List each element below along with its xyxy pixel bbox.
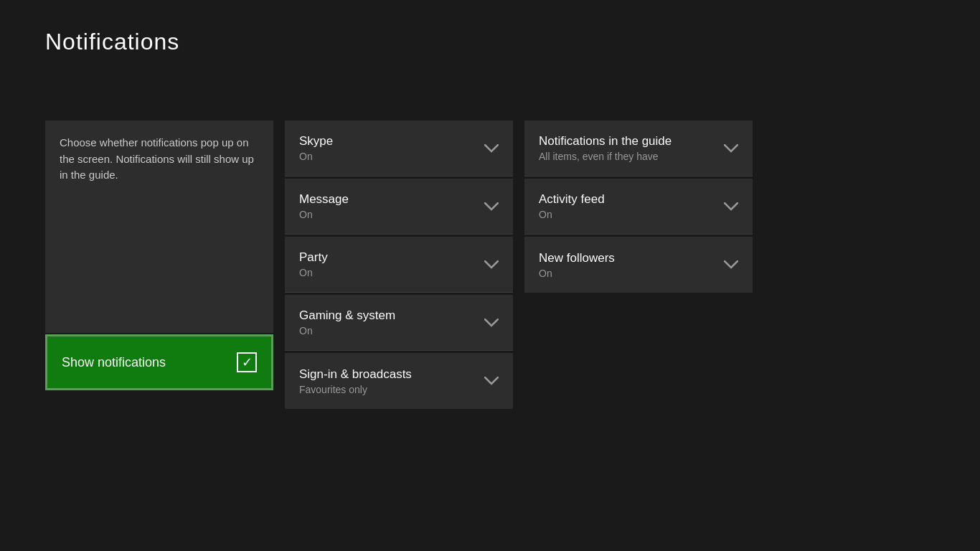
- description-text: Choose whether notifications pop up on t…: [60, 135, 259, 184]
- party-dropdown[interactable]: Party On: [285, 237, 513, 293]
- signin-chevron-icon: [484, 377, 499, 385]
- gaming-system-label: Gaming & system: [299, 309, 395, 323]
- message-label: Message: [299, 192, 349, 207]
- middle-panel: Skype On Message On Party On: [285, 121, 513, 410]
- skype-dropdown[interactable]: Skype On: [285, 121, 513, 176]
- gaming-chevron-icon: [484, 319, 499, 327]
- activity-feed-label: Activity feed: [539, 192, 605, 207]
- gaming-system-dropdown[interactable]: Gaming & system On: [285, 295, 513, 351]
- skype-chevron-icon: [484, 144, 499, 153]
- notifications-guide-label: Notifications in the guide: [539, 134, 672, 149]
- activity-feed-chevron-icon: [724, 202, 738, 211]
- notifications-guide-dropdown[interactable]: Notifications in the guide All items, ev…: [524, 121, 753, 176]
- left-panel: Choose whether notifications pop up on t…: [45, 121, 273, 410]
- message-value: On: [299, 209, 349, 220]
- notifications-guide-value: All items, even if they have: [539, 151, 672, 162]
- signin-broadcasts-value: Favourites only: [299, 384, 412, 395]
- party-chevron-icon: [484, 260, 499, 269]
- show-notifications-label: Show notifications: [62, 355, 166, 370]
- page-title: Notifications: [45, 29, 179, 55]
- signin-broadcasts-dropdown[interactable]: Sign-in & broadcasts Favourites only: [285, 353, 513, 409]
- party-label: Party: [299, 250, 328, 265]
- notifications-guide-chevron-icon: [724, 144, 738, 153]
- main-content: Choose whether notifications pop up on t…: [45, 121, 753, 410]
- new-followers-label: New followers: [539, 251, 615, 265]
- new-followers-chevron-icon: [724, 260, 738, 269]
- gaming-system-value: On: [299, 325, 395, 336]
- signin-broadcasts-label: Sign-in & broadcasts: [299, 367, 412, 382]
- activity-feed-dropdown[interactable]: Activity feed On: [524, 179, 753, 235]
- right-panel: Notifications in the guide All items, ev…: [524, 121, 753, 410]
- skype-value: On: [299, 151, 333, 162]
- new-followers-dropdown[interactable]: New followers On: [524, 237, 753, 293]
- new-followers-value: On: [539, 268, 615, 279]
- show-notifications-checkbox[interactable]: ✓: [237, 352, 257, 372]
- message-chevron-icon: [484, 202, 499, 211]
- message-dropdown[interactable]: Message On: [285, 179, 513, 235]
- activity-feed-value: On: [539, 209, 605, 220]
- show-notifications-button[interactable]: Show notifications ✓: [45, 334, 273, 390]
- description-box: Choose whether notifications pop up on t…: [45, 121, 273, 333]
- skype-label: Skype: [299, 134, 333, 149]
- party-value: On: [299, 267, 328, 278]
